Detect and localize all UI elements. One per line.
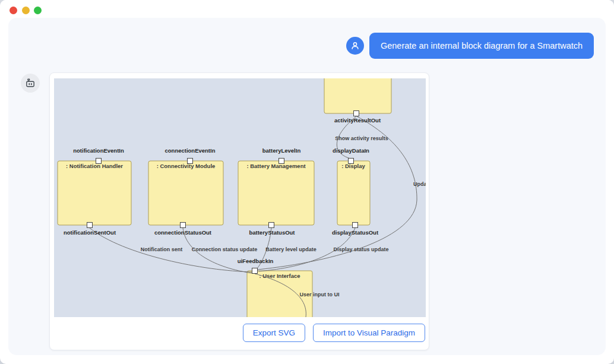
- block-battery-management: [238, 161, 314, 225]
- close-window-button[interactable]: [10, 7, 17, 14]
- block-notification-handler: [58, 161, 131, 225]
- user-avatar: [346, 37, 364, 55]
- block-title-connectivity-module: : Connectivity Module: [157, 163, 216, 169]
- port-displayDataIn: [349, 159, 354, 164]
- port-label-notificationEventIn: notificationEventIn: [73, 147, 124, 154]
- port-label-displayDataIn: displayDataIn: [333, 147, 369, 154]
- port-notificationEventIn: [96, 159, 102, 164]
- edge-label-show-activity-results: Show activity results: [335, 135, 388, 141]
- port-displayStatusOut: [353, 223, 358, 228]
- edge-label-connection-status-update: Connection status update: [192, 246, 258, 252]
- port-label-displayStatusOut: displayStatusOut: [332, 229, 379, 236]
- port-label-uiFeedbackIn: uiFeedbackIn: [238, 258, 274, 264]
- chat-panel: Generate an internal block diagram for a…: [8, 18, 606, 355]
- block-display: [337, 161, 370, 225]
- edge-label-notification-sent: Notification sent: [141, 246, 183, 252]
- export-svg-button[interactable]: Export SVG: [243, 324, 305, 342]
- port-label-notificationSentOut: notificationSentOut: [64, 229, 116, 236]
- window-titlebar: [0, 0, 614, 18]
- diagram-card: : Notification Handler : Connectivity Mo…: [49, 72, 429, 350]
- zoom-window-button[interactable]: [34, 7, 42, 14]
- port-label-activityResultOut: activityResultOut: [334, 117, 381, 124]
- port-label-batteryStatusOut: batteryStatusOut: [249, 229, 295, 236]
- minimize-window-button[interactable]: [22, 7, 30, 14]
- edge-label-display-status-update: Display status update: [333, 246, 388, 252]
- robot-icon: [24, 77, 36, 89]
- edge-label-user-input-to-ui: User input to UI: [300, 292, 340, 297]
- port-uiFeedbackIn: [252, 268, 258, 274]
- block-connectivity-module: [148, 161, 223, 225]
- port-connectionStatusOut: [181, 223, 186, 228]
- edge-label-battery-level-update: Battery level update: [265, 246, 317, 252]
- app-window: Generate an internal block diagram for a…: [0, 0, 614, 364]
- port-activityResultOut: [354, 111, 359, 116]
- port-connectionEventIn: [188, 159, 193, 164]
- port-label-connectionStatusOut: connectionStatusOut: [154, 229, 212, 236]
- bot-avatar: [21, 74, 40, 93]
- port-batteryLevelIn: [279, 159, 284, 164]
- port-label-connectionEventIn: connectionEventIn: [165, 147, 216, 154]
- import-visual-paradigm-button[interactable]: Import to Visual Paradigm: [313, 324, 425, 342]
- port-notificationSentOut: [87, 223, 93, 228]
- block-title-user-interface: : User Interface: [259, 273, 300, 279]
- diagram-actions: Export SVG Import to Visual Paradigm: [243, 324, 425, 342]
- port-label-batteryLevelIn: batteryLevelIn: [262, 147, 301, 154]
- user-message-bubble: Generate an internal block diagram for a…: [369, 33, 594, 59]
- edge-label-update-clipped: Upda: [413, 181, 426, 187]
- block-title-battery-management: : Battery Management: [246, 163, 306, 169]
- diagram-canvas: : Notification Handler : Connectivity Mo…: [54, 78, 426, 317]
- port-batteryStatusOut: [269, 223, 274, 228]
- block-title-notification-handler: : Notification Handler: [66, 163, 123, 169]
- block-activity-tracker: [324, 78, 391, 113]
- person-icon: [350, 40, 360, 51]
